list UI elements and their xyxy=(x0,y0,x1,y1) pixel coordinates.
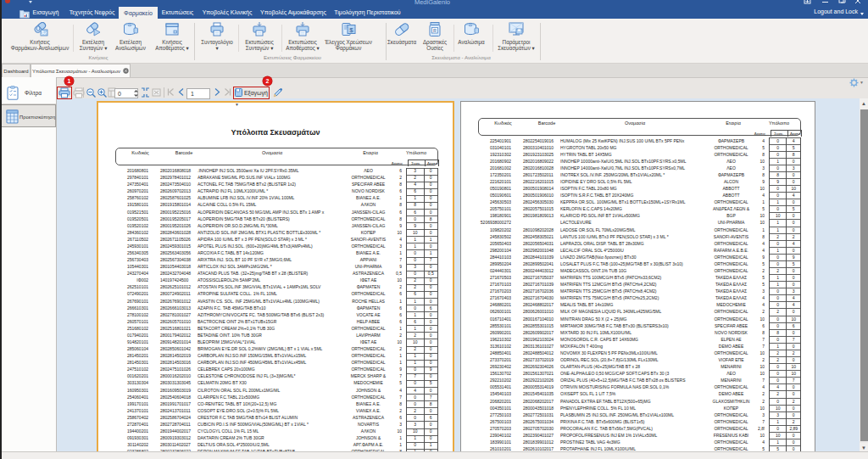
svg-text:$: $ xyxy=(349,26,353,34)
svg-text:R: R xyxy=(433,28,437,33)
